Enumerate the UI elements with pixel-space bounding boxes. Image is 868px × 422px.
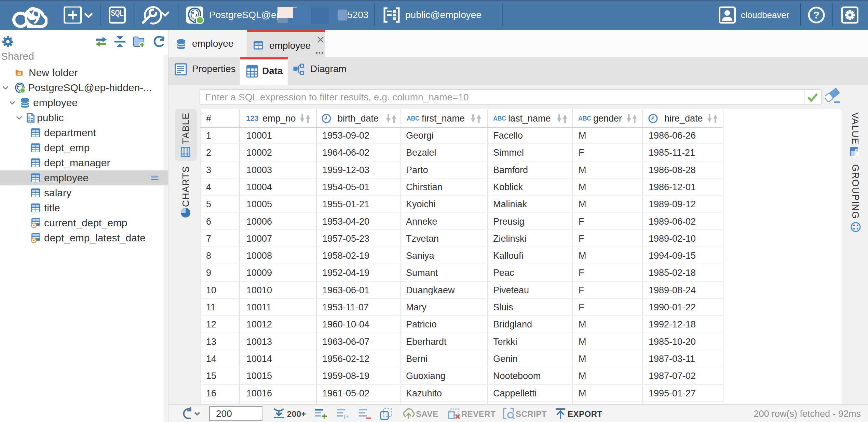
svg-text:SQL: SQL <box>111 8 124 17</box>
svg-text:(+): (+) <box>344 414 349 419</box>
svg-text:?: ? <box>813 9 819 20</box>
